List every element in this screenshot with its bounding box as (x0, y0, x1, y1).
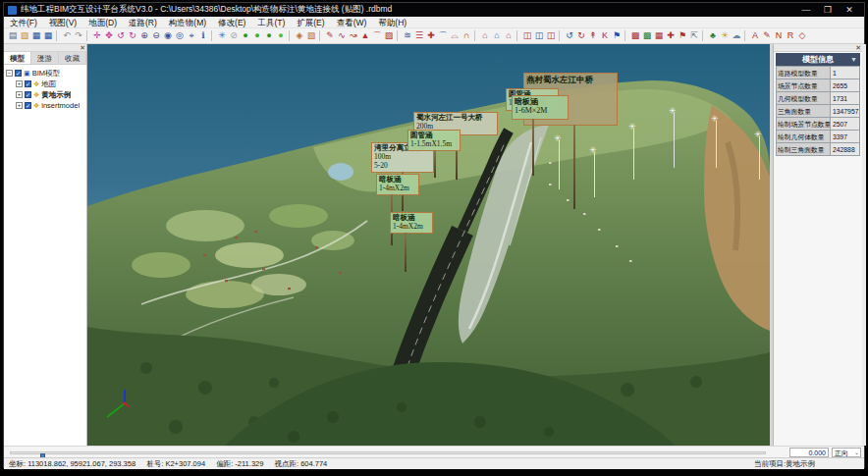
tree-item[interactable]: +✓❖黄地示例 (6, 89, 84, 100)
tree-icon[interactable]: ♣ (707, 29, 719, 42)
tree-checkbox[interactable]: ✓ (15, 70, 22, 77)
new-icon[interactable]: ▤ (7, 29, 19, 42)
zoom-extents-icon[interactable]: ◎ (174, 29, 186, 42)
diamond-icon[interactable]: ◇ (796, 29, 808, 42)
chevron-down-icon[interactable]: ▼ (850, 53, 857, 66)
menu-item[interactable]: 扩展(E) (291, 17, 330, 28)
zoom-in-icon[interactable]: ⊕ (138, 29, 150, 42)
station-slider[interactable] (10, 451, 766, 454)
export-icon[interactable]: ⇱ (688, 29, 700, 42)
save-all-icon[interactable]: ▦ (42, 29, 54, 42)
culvert-icon-2[interactable]: ◫ (533, 29, 545, 42)
menu-item[interactable]: 地面(D) (82, 17, 123, 28)
tree-item[interactable]: −✓▣BIM模型 (6, 68, 84, 79)
snap-icon[interactable]: ✳ (216, 29, 228, 42)
render-sphere-icon-1[interactable]: ● (240, 29, 251, 42)
menu-item[interactable]: 查看(W) (331, 17, 373, 28)
terrain-icon-1[interactable]: ▩ (629, 29, 641, 42)
station-k-icon[interactable]: K (599, 29, 611, 42)
culvert-icon-3[interactable]: ◫ (545, 29, 557, 42)
tree-item[interactable]: +✓❖insertmodel (6, 100, 84, 111)
sun-icon[interactable]: ☀ (719, 29, 731, 42)
up-icon[interactable]: ↟ (587, 29, 599, 42)
pin-icon[interactable]: ⚑ (611, 29, 623, 42)
arc-icon[interactable]: ⌒ (371, 29, 383, 42)
terrain-icon-2[interactable]: ▩ (641, 29, 653, 42)
flag-icon[interactable]: ⚑ (677, 29, 688, 42)
menu-item[interactable]: 文件(F) (4, 17, 43, 28)
tree-item[interactable]: +✓❖地面 (6, 79, 84, 89)
hatch-icon[interactable]: ▨ (383, 29, 395, 42)
annotate-n-icon[interactable]: N (773, 29, 785, 42)
menu-item[interactable]: 构造物(M) (163, 17, 212, 28)
station-value-input[interactable]: 0.000 (789, 448, 829, 457)
orbit-icon[interactable]: ↺ (115, 29, 127, 42)
refresh-cw-icon[interactable]: ↺ (564, 29, 575, 42)
open-icon[interactable]: ▨ (19, 29, 30, 42)
zoom-out-icon[interactable]: ⊖ (150, 29, 162, 42)
tree-checkbox[interactable]: ✓ (25, 91, 31, 98)
maximize-button[interactable]: ❐ (817, 3, 839, 17)
grid-icon[interactable]: ▦ (653, 29, 665, 42)
tab-favorites[interactable]: 收藏 (59, 52, 86, 64)
pan-icon[interactable]: ✛ (91, 29, 103, 42)
tab-roam[interactable]: 漫游 (31, 52, 59, 64)
left-panel-header[interactable]: ✕ (4, 44, 86, 52)
tree-checkbox[interactable]: ✓ (25, 102, 31, 109)
tunnel-icon[interactable]: ∩ (461, 29, 472, 42)
menu-item[interactable]: 帮助(H) (372, 17, 412, 28)
annotate-pen-icon[interactable]: ✎ (761, 29, 773, 42)
title-bar[interactable]: 纬地工程BIM交互设计平台系统V3.0 - C:\Users\34386\Des… (4, 3, 864, 17)
info-icon[interactable]: ℹ (197, 29, 209, 42)
minimize-button[interactable]: — (795, 3, 817, 17)
direction-select[interactable]: 正向 ⌄ (832, 448, 861, 457)
undo-icon[interactable]: ↶ (61, 29, 73, 42)
no-display-icon[interactable]: ⊘ (228, 29, 240, 42)
rotate-icon[interactable]: ↻ (127, 29, 138, 42)
close-button[interactable]: ✕ (839, 3, 860, 17)
tree-expander-icon[interactable]: + (16, 80, 23, 87)
tree-expander-icon[interactable]: + (16, 102, 23, 109)
right-panel-close-icon[interactable]: ✕ (855, 44, 861, 52)
bridge-icon-2[interactable]: ⌓ (449, 29, 461, 42)
bridge-icon-1[interactable]: ⌒ (437, 29, 449, 42)
turbine-rotor-icon: ✳ (554, 134, 562, 143)
left-panel-close-icon[interactable]: ✕ (80, 44, 85, 52)
cross-icon[interactable]: ✚ (665, 29, 677, 42)
house-icon-3[interactable]: ⌂ (503, 29, 515, 42)
render-sphere-icon-3[interactable]: ● (263, 29, 275, 42)
move-icon[interactable]: ✥ (103, 29, 115, 42)
redo-icon[interactable]: ↷ (73, 29, 84, 42)
render-sphere-icon-4[interactable]: ● (275, 29, 287, 42)
draw-curve-icon[interactable]: ∿ (336, 29, 348, 42)
house-icon-2[interactable]: ⌂ (491, 29, 503, 42)
cloud-icon[interactable]: ☁ (731, 29, 742, 42)
spline-icon[interactable]: ↝ (348, 29, 359, 42)
layers-icon[interactable]: ▧ (305, 29, 317, 42)
refresh-ccw-icon[interactable]: ↻ (575, 29, 587, 42)
right-panel-header[interactable]: ✕ (774, 44, 862, 52)
tab-model[interactable]: 模型 (4, 52, 31, 64)
menu-item[interactable]: 视图(V) (43, 17, 82, 28)
annotate-a-icon[interactable]: A (749, 29, 761, 42)
lane-icon[interactable]: ☰ (413, 29, 425, 42)
polygon-icon[interactable]: ▲ (359, 29, 371, 42)
camera-icon[interactable]: ⌖ (186, 29, 197, 42)
culvert-icon-1[interactable]: ◫ (521, 29, 533, 42)
tree-expander-icon[interactable]: − (6, 70, 13, 77)
annotate-r-icon[interactable]: R (785, 29, 796, 42)
tree-checkbox[interactable]: ✓ (25, 80, 31, 87)
road-icon[interactable]: ≋ (402, 29, 413, 42)
menu-item[interactable]: 道路(R) (123, 17, 163, 28)
draw-line-icon[interactable]: ✎ (324, 29, 336, 42)
zoom-window-icon[interactable]: ◉ (162, 29, 174, 42)
3d-viewport[interactable]: ✳✳✳✳✳✳ 燕村蜀水左江中桥圆管涵1-1.5M×2M暗板涵1-6M×2M蜀水河… (87, 44, 770, 446)
material-icon[interactable]: ◈ (294, 29, 305, 42)
menu-item[interactable]: 工具(T) (251, 17, 291, 28)
junction-icon[interactable]: ✚ (425, 29, 437, 42)
render-sphere-icon-2[interactable]: ● (251, 29, 263, 42)
house-icon-1[interactable]: ⌂ (479, 29, 491, 42)
menu-item[interactable]: 修改(E) (212, 17, 251, 28)
tree-expander-icon[interactable]: + (16, 91, 23, 98)
save-icon[interactable]: ▦ (30, 29, 42, 42)
